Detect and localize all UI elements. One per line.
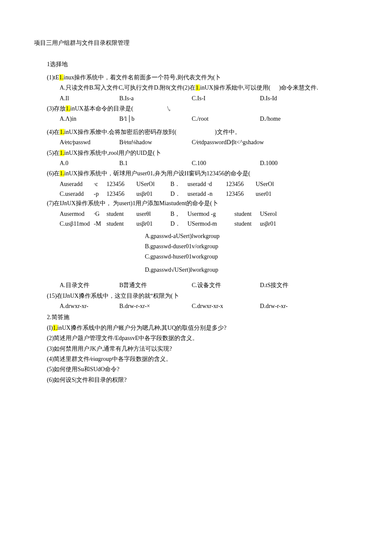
q1-opts-b: inUX操作系妣中,可以使用( [200,84,270,91]
q2-opt-a: A.Il [60,94,119,103]
q5-highlight: 1. [60,150,64,156]
q15-opt-d: D.drw-r-xr- [260,302,288,311]
q6-r1c3: 123456 [107,180,136,189]
q15-opt-b: B.drw-r-xr-× [119,302,192,311]
q6-r1c6: useradd ·d [187,180,226,189]
section2-q4: (4)简述里群文件⁄eiαgroup中各字段数据的含义。 [34,355,358,364]
gpasswd-b: B.gpasswd-duser01v/orkgroup [145,242,358,251]
q7-options-grid: Ausermod ·G student userθl B， Usermod -g… [34,209,358,229]
q6-suffix: inUX操作系统中，斫球用户user01,弁为用户设H窗码为123456的命令是… [64,170,251,177]
q6-r2c3: 123456 [107,189,136,199]
q6-r1c7: 123456 [226,180,256,189]
q6-r1c8: USerOl [256,180,281,189]
question-6-text: (6)在1.inUX操作系统中，斫球用户user01,弁为用户设H窗码为1234… [34,169,358,178]
q3-prefix: (3)存放 [47,105,66,112]
s2q1-suffix: inUX搡作系线中的用户账户分为嗯几种,其UQ的取值分别是多少? [58,325,227,331]
q14-opt-a: A.目录文件 [60,281,119,290]
q6-r2c6: useradd -n [187,189,226,199]
q5-suffix: inUX操作系统中,rool用户的UID是(卜 [64,150,161,156]
q6-r1c1: Auseradd [60,180,94,189]
q15-opt-a: A.drwxr-xr- [60,302,119,311]
section-2-header: 2.简答施 [34,313,358,322]
section2-q3: (3)如何禁用用户JK户,通常有几种方法可以实现? [34,344,358,354]
q14-options: A.目录文件 B普通文件 C.设备文件 D.tS接文件 [34,281,358,290]
question-3-text: (3)存放1.inUX基本命令的目录是(\, [34,104,358,113]
q7-r1c1: Ausermod [60,209,94,219]
q4-options: A⁄etc⁄passwd B⁄etα⅛hadow C⁄etdpasswordD⁄… [34,138,358,147]
q4-prefix: (4)在 [47,129,60,135]
q6-r1c4: USerOl [136,180,170,189]
q2-opt-d: D.Is-Id [260,94,277,103]
q6-highlight: 1. [60,170,64,177]
q1-opts-c: )命令来慧文件. [271,84,318,91]
section2-q6: (6)如何设S|文件和目录的权限? [34,375,358,385]
question-5-text: (5)在1.inUX操作系统中,rool用户的UID是(卜 [34,148,358,158]
q6-r2c5: D． [170,189,187,199]
q4-opt-b: B⁄etα⅛hadow [119,138,192,147]
section2-q5: (5)如何使用Su和SUdO命令? [34,365,358,374]
q4-highlight: 1. [60,129,64,135]
q7-r1c7: student [234,209,260,219]
q1-combined-options: A.只读文件B.写入文件C,可执行文件D.附8(文件(2)在1.inUX操作系妣… [34,83,358,93]
q2-options: A.Il B.Is-a C.Is-I D.Is-Id [34,94,358,103]
q7-r2c7: student [234,219,260,229]
q2-opt-c: C.Is-I [192,94,260,103]
q7-r1c8: USerol [260,209,285,219]
gpasswd-c: C.gpasswd-huser01workgroup [145,252,358,262]
q15-opt-c: C.drwxr-xr-x [192,302,260,311]
q6-prefix: (6)在 [47,170,60,177]
q5-opt-c: C.100 [192,159,260,168]
gpasswd-a: A.gpasswd-aUSert)lworkgroup [145,232,358,241]
s2q1-highlight: 1. [53,325,58,331]
q7-r1c2: ·G [94,209,107,219]
question-15-text: (15)在IJnUX搡作系线中，这立目录的就“权限为(卜 [34,291,358,301]
q4-opt-cd: C⁄etdpasswordD⁄βt<^gshadow [192,138,264,147]
gpasswd-d: D.gpasswd√USert)lworkgroup [145,265,358,275]
q6-r2c1: C.useradd [60,189,94,199]
q15-options: A.drwxr-xr- B.drw-r-xr-× C.drwxr-xr-x D.… [34,302,358,311]
q1-opts-a: A.只读文件B.写入文件C,可执行文件D.附8(文件(2)在 [60,84,196,91]
q1-highlight: 1. [59,74,64,81]
q5-options: A.0 B.1 C.100 D.1000 [34,159,358,168]
q6-r2c7: 123456 [226,189,256,199]
q5-opt-b: B.1 [119,159,192,168]
gpasswd-block: A.gpasswd-aUSert)lworkgroup B.gpasswd-du… [34,232,358,275]
q6-r2c2: -p [94,189,107,199]
q3-suffix: \, [133,105,170,112]
q3-mid: inUX基本命令的目录是( [70,105,133,112]
q14-opt-b: B普通文件 [119,281,192,290]
q7-r2c6: USermod-m [187,219,234,229]
q6-r1c2: ·c [94,180,107,189]
q7-r2c4: usβr01 [136,219,170,229]
question-7-text: (7)在IJnUX操作系统中， 为usert)1用户添加Miastudent的命… [34,199,358,208]
q7-r1c6: Usermod -g [187,209,234,219]
q3-opt-c: C./root [192,114,260,124]
q3-opt-a: A.Λ)in [60,114,119,124]
q3-highlight: 1. [66,105,70,112]
q7-r2c5: D． [170,219,187,229]
q7-r1c4: userθl [136,209,170,219]
q14-opt-c: C.设备文件 [192,281,260,290]
section-1-header: 1选择地 [34,60,358,69]
q4-opt-a: A⁄etc⁄passwd [60,138,119,147]
section2-q1: (I)1.inUX搡作系线中的用户账户分为嗯几种,其UQ的取值分别是多少? [34,323,358,333]
q1-opts-hl: 1. [196,84,200,91]
question-4-text: (4)在1.inUX操作系燎中.会将加密后的密码存放到()文件中。 [34,128,358,137]
q1-suffix: inux操作系统中，着文件名前面多一个符号,则代表文件为(卜 [63,74,221,81]
q4-mid: inUX操作系燎中.会将加密后的密码存放到( [64,129,176,135]
q7-r1c5: B， [170,209,187,219]
q5-opt-a: A.0 [60,159,119,168]
q3-opt-b: B⁄1│b [119,114,192,124]
section2-q2: (2)简述用户题户管理文件/EdpassvE中各字段数据的含义。 [34,334,358,343]
q6-options-grid: Auseradd ·c 123456 USerOl B． useradd ·d … [34,180,358,199]
q6-r2c4: usβr01 [136,189,170,199]
q7-r2c1: C.usβ11mod [60,219,94,229]
q3-opt-d: D./home [260,114,281,124]
s2q1-prefix: (I) [47,325,53,331]
q4-suffix: )文件中。 [176,129,241,135]
q3-options: A.Λ)in B⁄1│b C./root D./home [34,114,358,124]
q6-r1c5: B． [170,180,187,189]
q7-r2c2: -M [94,219,107,229]
q5-prefix: (5)在 [47,150,60,156]
q14-opt-d: D.tS接文件 [260,281,288,290]
